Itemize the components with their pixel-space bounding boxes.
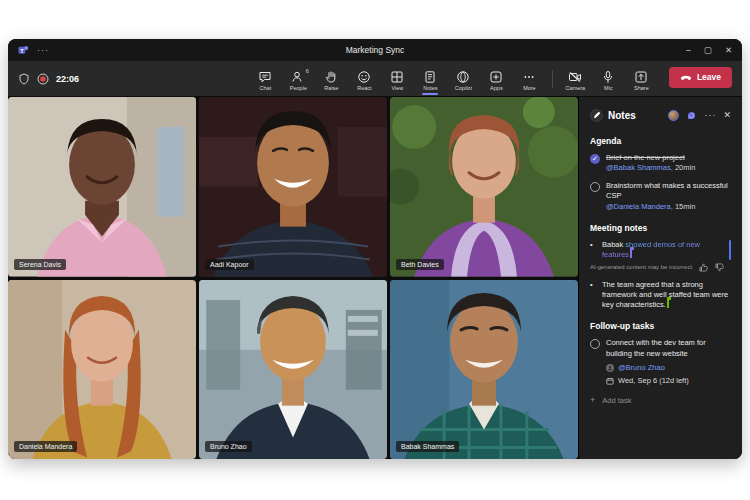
agenda-item-text: Brief on the new project <box>606 153 685 162</box>
minimize-button[interactable]: – <box>686 45 691 55</box>
recording-indicator-icon <box>37 73 49 85</box>
notes-panel-header: Notes ··· ✕ <box>590 105 731 125</box>
video-tile-babak-shammas[interactable]: Babak Shammas <box>390 280 578 460</box>
video-tile-serena-davis[interactable]: Serena Davis <box>8 97 196 277</box>
agenda-duration: 15min <box>675 202 695 211</box>
add-task-label: Add task <box>602 396 631 405</box>
ai-disclaimer-text: AI-generated content may be incorrect <box>590 264 699 270</box>
mic-button[interactable]: Mic <box>594 67 623 91</box>
agenda-item-1: ✓ Brief on the new project @Babak Shamma… <box>590 153 731 173</box>
react-smiley-icon <box>357 70 371 84</box>
note-text: The team agreed that a strong framework … <box>602 280 728 309</box>
raise-hand-icon <box>324 70 338 84</box>
video-tile-beth-davies[interactable]: Beth Davies <box>390 97 578 277</box>
more-button[interactable]: More <box>515 67 544 91</box>
remote-cursor-green <box>667 300 669 308</box>
thumbs-up-icon[interactable] <box>699 263 708 272</box>
add-task-button[interactable]: + Add task <box>590 395 731 405</box>
video-tile-bruno-zhao[interactable]: Bruno Zhao <box>199 280 387 460</box>
raise-hand-button[interactable]: Raise <box>317 67 346 91</box>
notes-icon <box>423 70 437 84</box>
chat-icon <box>258 70 272 84</box>
teams-meeting-window: T ··· Marketing Sync – ▢ ✕ 22:06 <box>8 39 742 459</box>
participant-name-tag: Aadi Kapoor <box>205 259 254 270</box>
remote-cursor-purple <box>630 250 632 258</box>
chat-button[interactable]: Chat <box>251 67 280 91</box>
notes-panel-title: Notes <box>608 110 636 121</box>
task-checkbox-unchecked[interactable] <box>590 339 600 349</box>
leave-button[interactable]: Leave <box>669 67 732 88</box>
participant-name-tag: Daniela Mandera <box>14 441 77 452</box>
meeting-toolbar: 22:06 Chat 6 People <box>8 61 742 97</box>
window-title: Marketing Sync <box>8 45 742 55</box>
agenda-mention[interactable]: @Daniela Mandera, <box>606 202 673 211</box>
thumbs-down-icon[interactable] <box>715 263 724 272</box>
copilot-button[interactable]: Copilot <box>449 67 478 91</box>
followup-tasks-heading: Follow-up tasks <box>590 321 731 331</box>
participant-name-tag: Beth Davies <box>396 259 444 270</box>
participant-video-beth <box>390 97 578 277</box>
followup-task-1: Connect with the dev team for building t… <box>590 338 731 385</box>
collaborator-avatar <box>668 110 679 121</box>
participant-video-babak <box>390 280 578 460</box>
participant-name-tag: Babak Shammas <box>396 441 459 452</box>
share-button[interactable]: Share <box>627 67 656 91</box>
more-dots-icon <box>522 70 536 84</box>
calendar-icon <box>606 377 614 385</box>
agenda-item-2: Brainstorm what makes a successful CSP @… <box>590 181 731 211</box>
agenda-item-text: Brainstorm what makes a successful CSP <box>606 181 728 200</box>
video-grid: Serena Davis <box>8 97 578 459</box>
people-button[interactable]: 6 People <box>284 67 313 91</box>
meeting-timer: 22:06 <box>56 74 79 84</box>
maximize-button[interactable]: ▢ <box>704 45 712 55</box>
panel-more-icon[interactable]: ··· <box>704 110 716 120</box>
notes-button[interactable]: Notes <box>416 67 445 91</box>
agenda-checkbox-unchecked[interactable] <box>590 182 600 192</box>
loop-component-icon <box>686 110 697 121</box>
view-button[interactable]: View <box>383 67 412 91</box>
copilot-icon <box>456 70 470 84</box>
assignee-avatar-icon <box>606 364 614 372</box>
titlebar: T ··· Marketing Sync – ▢ ✕ <box>8 39 742 61</box>
notes-app-icon <box>590 109 603 122</box>
meeting-note-1[interactable]: • Babak showed demos of new features <box>590 240 731 260</box>
desktop-background: T ··· Marketing Sync – ▢ ✕ 22:06 <box>0 0 750 500</box>
panel-close-icon[interactable]: ✕ <box>723 110 731 120</box>
notes-panel: Notes ··· ✕ Agenda ✓ <box>578 97 742 459</box>
agenda-duration: 20min <box>675 163 695 172</box>
camera-button[interactable]: Camera <box>561 67 590 91</box>
plus-icon: + <box>590 395 595 405</box>
agenda-checkbox-checked[interactable]: ✓ <box>590 154 600 164</box>
task-text: Connect with the dev team for building t… <box>606 338 731 359</box>
share-icon <box>634 70 648 84</box>
note-lead-text: Babak <box>602 240 625 249</box>
ai-disclaimer-row: AI-generated content may be incorrect <box>590 263 731 272</box>
participant-video-bruno <box>199 280 387 460</box>
participant-name-tag: Bruno Zhao <box>205 441 252 452</box>
mic-icon <box>601 70 615 84</box>
people-icon <box>291 70 305 84</box>
camera-off-icon <box>568 70 582 84</box>
participant-video-serena <box>8 97 196 277</box>
task-due-date: Wed, Sep 6 (12d left) <box>618 376 689 385</box>
view-grid-icon <box>390 70 404 84</box>
agenda-mention[interactable]: @Babak Shammas, <box>606 163 673 172</box>
apps-button[interactable]: Apps <box>482 67 511 91</box>
hangup-phone-icon <box>680 73 692 81</box>
people-count-badge: 6 <box>306 68 309 74</box>
participant-video-aadi <box>199 97 387 277</box>
react-button[interactable]: React <box>350 67 379 91</box>
video-tile-aadi-kapoor[interactable]: Aadi Kapoor <box>199 97 387 277</box>
video-tile-daniela-mandera[interactable]: Daniela Mandera <box>8 280 196 460</box>
close-button[interactable]: ✕ <box>725 45 732 55</box>
task-assignee[interactable]: @Bruno Zhao <box>618 363 665 372</box>
participant-video-daniela <box>8 280 196 460</box>
participant-name-tag: Serena Davis <box>14 259 66 270</box>
toolbar-divider <box>552 70 553 88</box>
meeting-notes-heading: Meeting notes <box>590 223 731 233</box>
meeting-note-2[interactable]: • The team agreed that a strong framewor… <box>590 280 731 310</box>
remote-selection-bar <box>729 240 731 260</box>
apps-add-icon <box>489 70 503 84</box>
agenda-heading: Agenda <box>590 136 731 146</box>
shield-icon <box>18 73 30 85</box>
